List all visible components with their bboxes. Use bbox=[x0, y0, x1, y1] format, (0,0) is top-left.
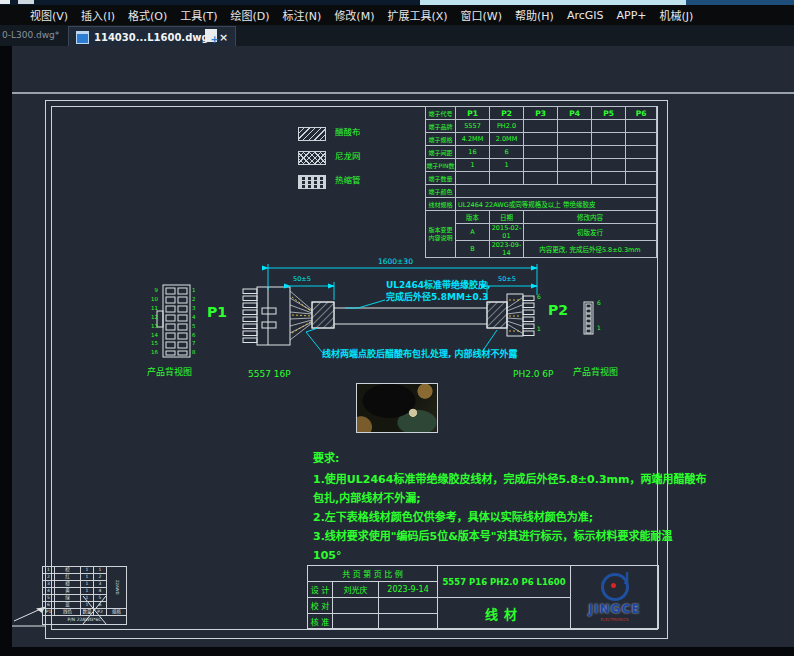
wire-color-table: 1 棕 1 1 22AWG 2红12 3橙13 4黄14 5绿15 6蓝16 P… bbox=[42, 566, 127, 625]
note-cable-line1: UL2464标准带绝缘胶皮, bbox=[386, 281, 491, 291]
requirement-line: 3.线材要求使用"编码后5位&版本号"对其进行标示，标示材料要求能耐温 bbox=[313, 531, 673, 543]
tt-cell bbox=[524, 120, 558, 133]
legend-swatch-nylon-mesh bbox=[298, 151, 326, 165]
note-cable-line2: 完成后外径5.8MM±0.3 bbox=[386, 293, 488, 303]
p2-back-pin-bottom: 1 bbox=[597, 325, 601, 332]
wt-cell: 1 bbox=[81, 567, 94, 574]
connector2-type-label: PH2.0 6P bbox=[513, 370, 554, 380]
wt-cell: 5 bbox=[43, 595, 55, 602]
wt-cell: 1 bbox=[94, 567, 107, 574]
tt-cell bbox=[456, 172, 490, 185]
tt-cell bbox=[524, 146, 558, 159]
back-view-label-right: 产品背视图 bbox=[573, 368, 618, 378]
tt-row-label: 端子间距 bbox=[426, 146, 456, 159]
tt-cell: 4.2MM bbox=[456, 133, 490, 146]
wt-bottom-note: P/N 22AWG*6C bbox=[43, 616, 127, 625]
wt-cell: 1 bbox=[81, 581, 94, 588]
wt-cell: 绿 bbox=[55, 595, 81, 602]
wt-footer: P2 bbox=[94, 609, 107, 616]
tb-part-name: 线材 bbox=[438, 598, 571, 629]
tt-version-block-label: 版本变更 内容说明 bbox=[426, 211, 456, 258]
p2-pin-top: 6 bbox=[537, 294, 541, 301]
wt-cell: 1 bbox=[81, 602, 94, 609]
title-block: 共 页 第 页 比 例 5557 P16 PH2.0 P6 L1600 JING… bbox=[307, 565, 659, 629]
wt-cell: 2 bbox=[43, 574, 55, 581]
tt-cell bbox=[592, 133, 626, 146]
tt-version-col: 版本 bbox=[456, 211, 490, 224]
wt-cell: 1 bbox=[81, 588, 94, 595]
wt-cell: 棕 bbox=[55, 567, 81, 574]
requirements-title: 要求: bbox=[313, 453, 339, 465]
tt-cell bbox=[592, 172, 626, 185]
legend-swatch-acetate-cloth bbox=[298, 127, 326, 141]
tb-approve-date bbox=[379, 614, 438, 629]
company-logo: JINGCE ELECTRONICS bbox=[571, 566, 658, 628]
tt-row-label: 端子数量 bbox=[426, 172, 456, 185]
tt-cell: 16 bbox=[456, 146, 490, 159]
tt-row-label: 端子品牌 bbox=[426, 120, 456, 133]
tb-part-number: 5557 P16 PH2.0 P6 L1600 bbox=[438, 566, 571, 598]
connector1-type-label: 5557 16P bbox=[248, 370, 291, 380]
wt-cell: 橙 bbox=[55, 581, 81, 588]
wt-cell: 4 bbox=[94, 588, 107, 595]
tt-cell bbox=[558, 159, 592, 172]
p1-designator: P1 bbox=[207, 305, 227, 320]
terminal-spec-table: 端子代号 P1 P2 P3 P4 P5 P6 端子品牌 5557 PH2.0 端… bbox=[425, 106, 657, 258]
tt-rev-b-date: 2023-09-14 bbox=[490, 241, 524, 258]
tt-rev-b: B bbox=[456, 241, 490, 258]
tt-cell: 6 bbox=[490, 146, 524, 159]
wt-cell: 红 bbox=[55, 574, 81, 581]
wt-cell: 2 bbox=[94, 574, 107, 581]
tt-color-row bbox=[456, 185, 657, 198]
tt-cell: 2.0MM bbox=[490, 133, 524, 146]
requirement-line: 2.左下表格线材颜色仅供参考，具体以实际线材颜色为准; bbox=[313, 512, 593, 524]
logo-subtext: ELECTRONICS bbox=[601, 617, 629, 622]
wt-cell: 1 bbox=[81, 574, 94, 581]
tt-cell bbox=[626, 146, 657, 159]
tb-design-name: 刘光庆 bbox=[333, 582, 379, 598]
wt-cell: 1 bbox=[81, 595, 94, 602]
tt-cell: 1 bbox=[490, 159, 524, 172]
wt-cell: 4 bbox=[43, 588, 55, 595]
legend-label-nylon-mesh: 尼龙网 bbox=[335, 152, 361, 161]
tt-cell bbox=[626, 172, 657, 185]
tb-approve-label: 核 准 bbox=[308, 614, 333, 629]
tt-col-p4: P4 bbox=[558, 107, 592, 120]
tt-col-p3: P3 bbox=[524, 107, 558, 120]
legend-label-acetate-cloth: 醋酸布 bbox=[335, 128, 361, 137]
tt-col-p1: P1 bbox=[456, 107, 490, 120]
wt-cell: 1 bbox=[43, 567, 55, 574]
p2-pin-bottom: 1 bbox=[537, 326, 541, 333]
wt-cell: 6 bbox=[43, 602, 55, 609]
note-wrap-treatment: 线材两端点胶后醋酸布包扎处理, 内部线材不外露 bbox=[322, 350, 518, 360]
app-window: 视图(V) 插入(I) 格式(O) 工具(T) 绘图(D) 标注(N) 修改(M… bbox=[0, 0, 794, 656]
dim-wrap-left: 50±5 bbox=[293, 276, 311, 283]
tt-spec-value: UL2464 22AWG或同等规格及以上 带绝缘胶皮 bbox=[456, 198, 657, 211]
tt-cell: PH2.0 bbox=[490, 120, 524, 133]
p2-designator: P2 bbox=[548, 303, 568, 318]
wt-footer: 规格 bbox=[107, 609, 127, 616]
wt-cell: 5 bbox=[94, 595, 107, 602]
tt-col-p6: P6 bbox=[626, 107, 657, 120]
tt-rev-a-date: 2015-02-01 bbox=[490, 224, 524, 241]
wt-footer: 数量 bbox=[81, 609, 94, 616]
wt-footer: 线色 bbox=[55, 609, 81, 616]
tt-rev-a-note: 初版发行 bbox=[524, 224, 657, 241]
dim-wrap-right: 50±5 bbox=[498, 276, 516, 283]
tt-cell bbox=[626, 120, 657, 133]
tb-design-label: 设 计 bbox=[308, 582, 333, 598]
tt-row-label: 端子规格 bbox=[426, 133, 456, 146]
tt-rev-b-note: 内容更改, 完成后外径5.8±0.3mm bbox=[524, 241, 657, 258]
tt-cell bbox=[592, 159, 626, 172]
tt-col-p2: P2 bbox=[490, 107, 524, 120]
tt-content-col: 修改内容 bbox=[524, 211, 657, 224]
tb-pages-scale: 共 页 第 页 比 例 bbox=[308, 566, 438, 582]
logo-emblem-icon bbox=[601, 573, 629, 601]
tb-approve-name bbox=[333, 614, 379, 629]
tb-check-name bbox=[333, 598, 379, 614]
p1-pin-numbers-left: 9 10 11 12 13 14 15 16 bbox=[144, 286, 158, 357]
tt-cell bbox=[558, 120, 592, 133]
tt-cell bbox=[524, 133, 558, 146]
requirement-line: 1.使用UL2464标准带绝缘胶皮线材，完成后外径5.8±0.3mm，两端用醋酸… bbox=[313, 474, 707, 486]
tt-spec-label: 线材规格 bbox=[426, 198, 456, 211]
